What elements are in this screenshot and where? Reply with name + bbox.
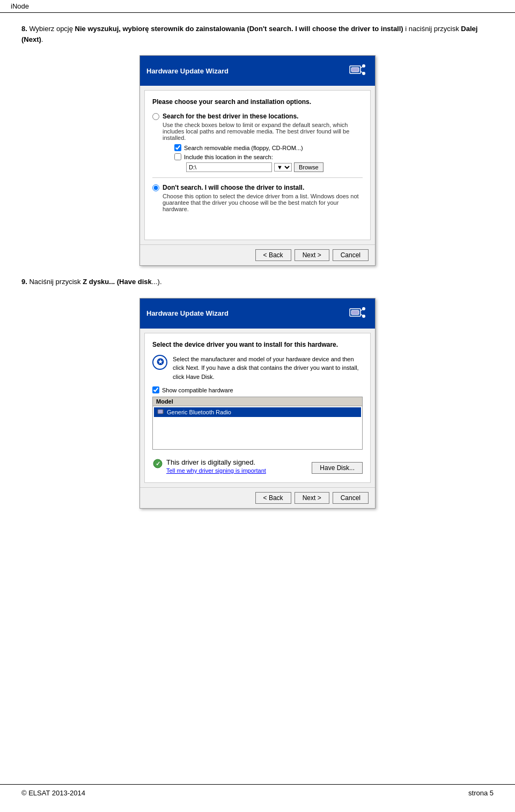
main-content: 8. Wybierz opcję Nie wyszukuj, wybiorę s…	[0, 13, 515, 530]
hardware-update-wizard-2: Hardware Update Wizard Select the device…	[139, 298, 376, 509]
bottom-row: ✓ This driver is digitally signed. Tell …	[152, 455, 363, 474]
wizard2-footer: < Back Next > Cancel	[140, 487, 375, 508]
bluetooth-icon: ✪	[152, 355, 167, 370]
include-location-checkbox[interactable]	[174, 153, 181, 160]
model-table: Model Generic Bluetooth Radio	[152, 397, 363, 450]
bluetooth-desc: Select the manufacturer and model of you…	[173, 355, 363, 382]
signing-info-link[interactable]: Tell me why driver signing is important	[166, 467, 266, 474]
wizard1-header-icon	[347, 60, 369, 81]
path-input[interactable]	[186, 162, 272, 172]
svg-rect-12	[158, 409, 163, 414]
option1-row: Search for the best driver in these loca…	[152, 112, 363, 172]
browse-button[interactable]: Browse	[294, 162, 323, 172]
signed-text: This driver is digitally signed.	[166, 458, 255, 466]
removable-media-checkbox[interactable]	[174, 144, 181, 151]
wizard2-title: Hardware Update Wizard	[146, 309, 229, 317]
page-header: iNode	[0, 0, 515, 13]
path-dropdown[interactable]: ▼	[274, 163, 292, 172]
app-title: iNode	[11, 2, 29, 10]
hardware-update-wizard-1: Hardware Update Wizard Please choose you…	[139, 55, 376, 266]
sub-options: Search removable media (floppy, CD-ROM..…	[174, 144, 363, 172]
wizard2-body-title: Select the device driver you want to ins…	[152, 341, 363, 348]
signed-icon: ✓	[152, 458, 163, 469]
model-device-icon	[157, 408, 165, 416]
footer-copyright: © ELSAT 2013-2014	[21, 789, 85, 797]
model-table-body: Generic Bluetooth Radio	[153, 406, 362, 449]
wizard1-body-title: Please choose your search and installati…	[152, 98, 363, 106]
path-row: ▼ Browse	[186, 162, 363, 172]
svg-point-10	[362, 307, 365, 310]
model-table-header: Model	[153, 397, 362, 406]
show-compatible-checkbox[interactable]	[152, 386, 159, 393]
section8-text: 8. Wybierz opcję Nie wyszukuj, wybiorę s…	[21, 24, 494, 44]
signed-text-area: This driver is digitally signed. Tell me…	[166, 458, 266, 474]
model-row-selected[interactable]: Generic Bluetooth Radio	[154, 407, 361, 417]
wizard1-cancel-button[interactable]: Cancel	[333, 249, 369, 261]
wizard1-title: Hardware Update Wizard	[146, 67, 229, 75]
wizard2-header-icon	[347, 303, 369, 324]
wizard1-footer: < Back Next > Cancel	[140, 244, 375, 265]
svg-text:✓: ✓	[156, 460, 160, 467]
page-footer: © ELSAT 2013-2014 strona 5	[0, 784, 515, 801]
have-disk-button[interactable]: Have Disk...	[312, 462, 363, 474]
model-selected-label: Generic Bluetooth Radio	[167, 409, 231, 415]
show-compat-label[interactable]: Show compatible hardware	[162, 387, 233, 393]
sub-option2: Include this location in the search:	[174, 153, 363, 160]
sub2-label[interactable]: Include this location in the search:	[184, 154, 273, 160]
svg-point-4	[362, 64, 365, 68]
wizard1-header: Hardware Update Wizard	[140, 56, 375, 86]
wizard2-back-button[interactable]: < Back	[255, 492, 291, 504]
svg-point-5	[362, 72, 365, 75]
option2-row: Don't search. I will choose the driver t…	[152, 183, 363, 212]
hardware-icon-2	[348, 303, 368, 324]
wizard1-body: Please choose your search and installati…	[144, 90, 371, 240]
option1-desc: Use the check boxes below to limit or ex…	[163, 122, 363, 141]
sub-option1: Search removable media (floppy, CD-ROM..…	[174, 144, 363, 151]
show-compat-row: Show compatible hardware	[152, 386, 363, 393]
svg-rect-1	[351, 68, 359, 72]
svg-rect-7	[351, 310, 359, 315]
wizard2-body: Select the device driver you want to ins…	[144, 333, 371, 483]
sub1-label[interactable]: Search removable media (floppy, CD-ROM..…	[184, 145, 303, 151]
option2-label[interactable]: Don't search. I will choose the driver t…	[163, 184, 304, 191]
hardware-icon	[348, 61, 368, 81]
bluetooth-area: ✪ Select the manufacturer and model of y…	[152, 355, 363, 382]
wizard2-next-button[interactable]: Next >	[295, 492, 329, 504]
wizard2-header: Hardware Update Wizard	[140, 299, 375, 329]
option2-radio[interactable]	[152, 184, 159, 191]
section9-text: 9. Naciśnij przycisk Z dysku... (Have di…	[21, 277, 494, 287]
svg-point-11	[362, 315, 365, 318]
divider	[152, 177, 363, 178]
option2-desc: Choose this option to select the device …	[163, 193, 363, 212]
wizard1-back-button[interactable]: < Back	[255, 249, 291, 261]
footer-page: strona 5	[468, 789, 494, 797]
wizard1-next-button[interactable]: Next >	[295, 249, 329, 261]
signed-area: ✓ This driver is digitally signed. Tell …	[152, 458, 266, 474]
option1-radio[interactable]	[152, 113, 159, 120]
option1-label[interactable]: Search for the best driver in these loca…	[163, 113, 298, 120]
wizard2-cancel-button[interactable]: Cancel	[333, 492, 369, 504]
